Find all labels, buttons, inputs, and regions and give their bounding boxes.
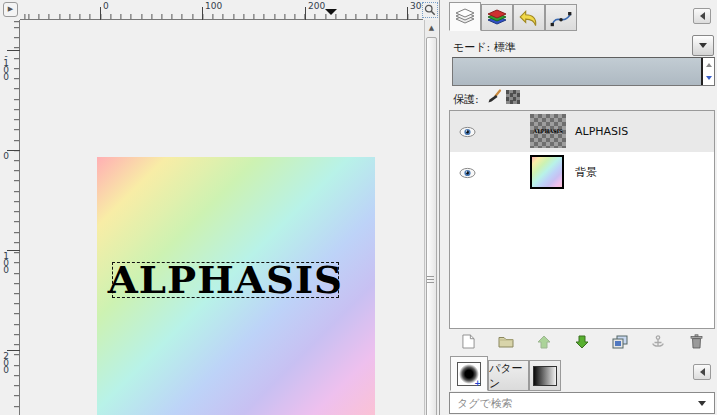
vertical-ruler[interactable]: -100 0 100 200 — [0, 20, 20, 415]
h-ruler-ticks — [20, 14, 423, 19]
image-menu-button[interactable]: ▶ — [3, 2, 18, 17]
arrow-down-icon — [575, 335, 589, 349]
delete-layer-button[interactable] — [684, 332, 708, 352]
layer-list: ALPHASIS ALPHASIS 背景 — [449, 110, 715, 329]
layer-thumbnail[interactable]: ALPHASIS — [530, 114, 566, 148]
h-ruler-label: 100 — [205, 1, 222, 11]
layer-name[interactable]: 背景 — [575, 165, 597, 180]
zoom-follow-window-button[interactable] — [422, 2, 438, 18]
folder-icon — [498, 335, 514, 348]
v-ruler-label: 0 — [2, 153, 10, 160]
chevron-down-icon — [699, 43, 707, 48]
tab-brushes[interactable]: + — [450, 356, 488, 391]
canvas-vertical-scrollbar[interactable]: ▲ — [424, 20, 438, 415]
tab-gradients[interactable] — [529, 360, 561, 391]
eye-icon — [459, 167, 476, 179]
tab-layers[interactable] — [449, 2, 481, 31]
tab-paths[interactable] — [545, 4, 577, 31]
new-layer-button[interactable] — [456, 332, 480, 352]
layer-name[interactable]: ALPHASIS — [575, 125, 628, 138]
layer-row-alphasis[interactable]: ALPHASIS ALPHASIS — [450, 111, 714, 152]
v-ruler-label: 200 — [2, 353, 10, 374]
paintbrush-icon — [487, 89, 502, 104]
anchor-icon — [651, 335, 665, 349]
v-ruler-ticks — [14, 20, 19, 415]
brush-icon: + — [457, 362, 481, 386]
gradient-icon — [533, 366, 557, 386]
tab-undo-history[interactable] — [513, 4, 545, 31]
duplicate-layer-button[interactable] — [608, 332, 632, 352]
arrow-up-icon — [537, 335, 551, 349]
pointer-position-marker — [325, 9, 337, 15]
spin-down-icon[interactable] — [706, 76, 712, 80]
channels-icon — [482, 5, 512, 30]
tab-channels[interactable] — [481, 4, 513, 31]
layer-mode-label: モード: 標準 — [453, 40, 516, 55]
search-placeholder: タグで検索 — [457, 396, 698, 411]
lower-layer-button[interactable] — [570, 332, 594, 352]
layer-action-buttons — [449, 331, 715, 352]
plus-badge-icon: + — [474, 379, 481, 388]
eye-icon — [459, 126, 476, 138]
spin-up-icon[interactable] — [706, 63, 712, 67]
trash-icon — [690, 334, 703, 349]
visibility-toggle[interactable] — [458, 126, 476, 138]
gimp-window: ▶ 0 100 200 300 -100 0 100 200 ALPHASIS — [0, 0, 717, 415]
scrollbar-grip — [427, 276, 434, 284]
search-dropdown-icon[interactable] — [698, 401, 706, 406]
new-page-icon — [462, 334, 475, 349]
magnifier-icon — [424, 4, 436, 16]
layers-icon — [450, 3, 480, 30]
right-dock: モード: 標準 保護: — [439, 0, 717, 415]
layers-tab-menu-button[interactable] — [693, 8, 711, 24]
scrollbar-thumb[interactable] — [426, 37, 437, 415]
lock-pixels-toggle[interactable] — [487, 89, 502, 108]
duplicate-icon — [612, 335, 628, 349]
paths-icon — [546, 5, 576, 30]
patterns-tab-label: パターン — [489, 361, 528, 391]
canvas-text: ALPHASIS — [108, 265, 343, 295]
raise-layer-button[interactable] — [532, 332, 556, 352]
tab-patterns[interactable]: パターン — [488, 360, 529, 391]
v-ruler-label: -100 — [2, 53, 10, 81]
h-ruler-label: 0 — [103, 1, 109, 11]
tab-menu-arrow-icon — [700, 368, 705, 376]
undo-history-icon — [514, 5, 544, 30]
brushes-tab-menu-button[interactable] — [693, 364, 711, 380]
canvas-viewport[interactable]: ALPHASIS — [21, 21, 424, 415]
layer-mode-dropdown[interactable] — [692, 35, 714, 56]
image-gradient-background[interactable]: ALPHASIS — [97, 157, 375, 415]
anchor-layer-button[interactable] — [646, 332, 670, 352]
lock-alpha-toggle[interactable] — [506, 90, 520, 104]
text-selection-marching-ants[interactable]: ALPHASIS — [112, 262, 339, 298]
v-ruler-label: 100 — [2, 253, 10, 274]
scroll-up-arrow-icon[interactable]: ▲ — [425, 22, 438, 34]
tab-menu-arrow-icon — [700, 12, 705, 20]
tag-search-input[interactable]: タグで検索 — [449, 392, 715, 414]
opacity-slider-fill[interactable] — [453, 58, 701, 85]
visibility-toggle[interactable] — [458, 167, 476, 179]
h-ruler-label: 200 — [308, 1, 325, 11]
opacity-slider[interactable] — [452, 57, 715, 86]
horizontal-ruler[interactable]: 0 100 200 300 — [20, 0, 423, 20]
layer-thumbnail[interactable] — [530, 155, 564, 189]
lock-label: 保護: — [453, 92, 479, 107]
opacity-spinner[interactable] — [703, 58, 714, 85]
layer-row-background[interactable]: 背景 — [450, 152, 714, 193]
new-group-button[interactable] — [494, 332, 518, 352]
